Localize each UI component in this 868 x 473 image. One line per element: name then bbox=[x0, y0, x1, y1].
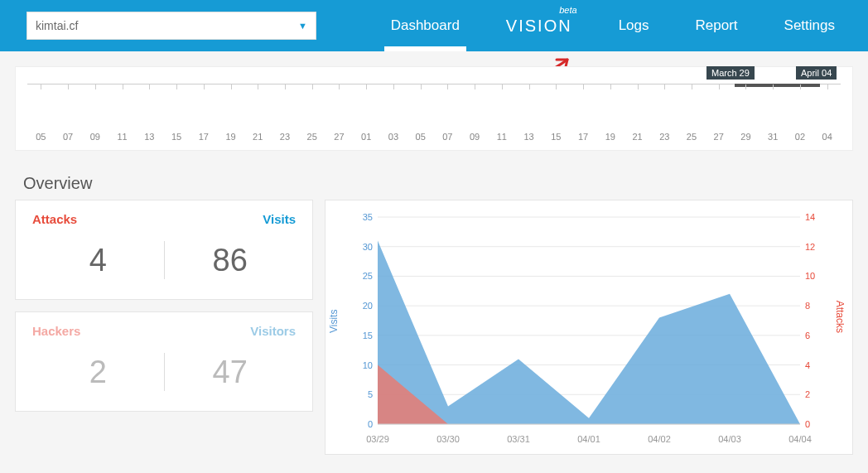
svg-text:15: 15 bbox=[363, 331, 373, 340]
timeline-tick-label: 02 bbox=[787, 132, 814, 142]
visits-attacks-chart: Visits Attacks 0510152025303502468101214… bbox=[325, 200, 853, 455]
stat-card-hackers-visitors[interactable]: Hackers Visitors 2 47 bbox=[15, 311, 313, 412]
nav-vision[interactable]: beta VISION bbox=[499, 0, 579, 51]
svg-text:35: 35 bbox=[363, 212, 373, 222]
stat-label-visits: Visits bbox=[263, 212, 296, 226]
timeline-tick-label: 05 bbox=[27, 132, 55, 142]
site-selector[interactable]: kimtai.cf ▼ bbox=[27, 12, 316, 40]
svg-text:03/29: 03/29 bbox=[366, 434, 389, 444]
timeline-tick-label: 11 bbox=[108, 132, 136, 142]
timeline-tick-label: 07 bbox=[434, 132, 461, 142]
chevron-down-icon: ▼ bbox=[298, 21, 307, 31]
stat-label-attacks: Attacks bbox=[32, 212, 77, 226]
chart-canvas: 051015202530350246810121403/2903/3003/31… bbox=[335, 209, 842, 449]
timeline-tick-label: 25 bbox=[298, 132, 326, 142]
timeline-tick-label: 03 bbox=[380, 132, 407, 142]
timeline-tick-label: 09 bbox=[81, 132, 108, 142]
timeline-tick-label: 23 bbox=[651, 132, 678, 142]
vision-beta-tag: beta bbox=[559, 5, 576, 15]
svg-text:5: 5 bbox=[368, 389, 373, 399]
stat-value-visitors: 47 bbox=[165, 355, 297, 390]
timeline-tick-label: 04 bbox=[813, 132, 841, 142]
stat-label-visitors: Visitors bbox=[250, 324, 296, 338]
timeline-tick-label: 27 bbox=[326, 132, 353, 142]
timeline-tick-label: 13 bbox=[136, 132, 163, 142]
chart-y-axis-left-label: Visits bbox=[328, 310, 340, 333]
svg-text:04/01: 04/01 bbox=[577, 434, 600, 444]
timeline-tick-label: 09 bbox=[461, 132, 489, 142]
timeline-tick-label: 15 bbox=[542, 132, 570, 142]
nav-settings[interactable]: Settings bbox=[778, 0, 841, 51]
svg-text:0: 0 bbox=[805, 419, 810, 429]
overview-section: Attacks Visits 4 86 Hackers Visitors 2 4… bbox=[15, 200, 853, 455]
svg-text:04/02: 04/02 bbox=[648, 434, 671, 444]
timeline-tick-label: 17 bbox=[570, 132, 597, 142]
timeline-tick-label: 17 bbox=[190, 132, 217, 142]
timeline-track: March 29 April 04 bbox=[27, 84, 841, 117]
svg-text:04/04: 04/04 bbox=[788, 434, 812, 444]
timeline-start-tag[interactable]: March 29 bbox=[706, 66, 755, 80]
timeline-tick-label: 15 bbox=[163, 132, 190, 142]
app-header: kimtai.cf ▼ Dashboard beta VISION Logs R… bbox=[0, 0, 868, 51]
timeline-tick-label: 19 bbox=[217, 132, 244, 142]
date-range-timeline[interactable]: March 29 April 04 0507091113151719212325… bbox=[15, 66, 853, 151]
timeline-tick-label: 19 bbox=[596, 132, 624, 142]
chart-y-axis-right-label: Attacks bbox=[833, 301, 845, 333]
svg-text:10: 10 bbox=[805, 271, 815, 281]
stat-label-hackers: Hackers bbox=[32, 324, 80, 338]
svg-text:6: 6 bbox=[805, 331, 810, 340]
vision-logo: VISION bbox=[506, 17, 572, 36]
stat-value-attacks: 4 bbox=[32, 243, 164, 278]
svg-text:0: 0 bbox=[368, 419, 373, 429]
timeline-tick-label: 31 bbox=[760, 132, 787, 142]
timeline-tick-label: 21 bbox=[624, 132, 651, 142]
stat-card-attacks-visits[interactable]: Attacks Visits 4 86 bbox=[15, 200, 313, 300]
timeline-tick-label: 05 bbox=[407, 132, 434, 142]
stat-value-hackers: 2 bbox=[32, 355, 164, 390]
timeline-tick-label: 13 bbox=[515, 132, 542, 142]
svg-text:25: 25 bbox=[363, 271, 373, 281]
stat-value-visits: 86 bbox=[165, 243, 297, 278]
timeline-tick-label: 07 bbox=[55, 132, 82, 142]
svg-text:03/31: 03/31 bbox=[507, 434, 530, 444]
svg-text:10: 10 bbox=[363, 360, 373, 370]
nav-dashboard[interactable]: Dashboard bbox=[384, 0, 466, 51]
timeline-tick-label: 01 bbox=[353, 132, 380, 142]
timeline-selection[interactable] bbox=[735, 84, 820, 87]
main-nav: Dashboard beta VISION Logs Report Settin… bbox=[384, 0, 841, 51]
stats-column: Attacks Visits 4 86 Hackers Visitors 2 4… bbox=[15, 200, 313, 455]
nav-logs[interactable]: Logs bbox=[612, 0, 656, 51]
nav-report[interactable]: Report bbox=[689, 0, 745, 51]
svg-text:30: 30 bbox=[363, 242, 373, 252]
svg-text:20: 20 bbox=[363, 301, 373, 311]
svg-text:2: 2 bbox=[805, 389, 810, 399]
site-selector-value: kimtai.cf bbox=[36, 19, 78, 32]
svg-text:14: 14 bbox=[805, 212, 815, 222]
overview-heading: Overview bbox=[23, 174, 845, 193]
svg-text:4: 4 bbox=[805, 360, 810, 370]
timeline-tick-label: 21 bbox=[244, 132, 272, 142]
svg-text:04/03: 04/03 bbox=[718, 434, 741, 444]
timeline-end-tag[interactable]: April 04 bbox=[796, 66, 837, 80]
timeline-tick-labels: 0507091113151719212325270103050709111315… bbox=[27, 132, 841, 142]
timeline-tick-label: 11 bbox=[488, 132, 515, 142]
timeline-tick-label: 25 bbox=[678, 132, 706, 142]
svg-text:8: 8 bbox=[805, 301, 810, 311]
svg-text:12: 12 bbox=[805, 242, 815, 252]
timeline-tick-label: 23 bbox=[272, 132, 299, 142]
svg-text:03/30: 03/30 bbox=[436, 434, 460, 444]
timeline-tick-label: 29 bbox=[732, 132, 760, 142]
timeline-tick-label: 27 bbox=[705, 132, 732, 142]
